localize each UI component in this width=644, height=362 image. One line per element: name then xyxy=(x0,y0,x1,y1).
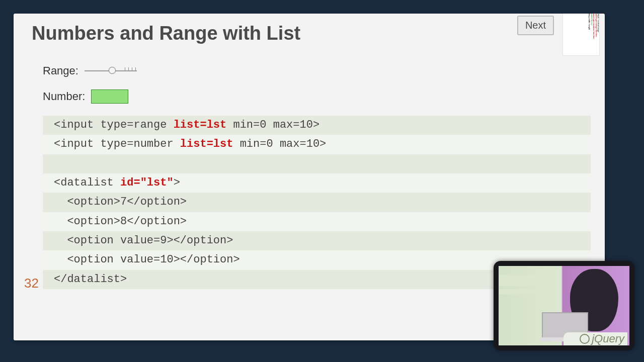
number-input[interactable] xyxy=(91,89,128,104)
range-input[interactable] xyxy=(85,66,137,75)
code-line: <input type=number list=lst min=0 max=10… xyxy=(43,135,591,154)
jquery-ring-icon xyxy=(580,334,590,344)
code-line: <option>8</option> xyxy=(43,212,591,231)
range-row: Range: xyxy=(43,64,591,77)
jquery-logo-text: jQuery xyxy=(592,332,624,345)
code-line: <input type=range list=lst min=0 max=10> xyxy=(43,116,591,135)
slide-title: Numbers and Range with List xyxy=(14,14,605,44)
webcam-overlay: jQuery xyxy=(494,261,634,350)
slide-body: Range: Number: <input type=range list=ls… xyxy=(14,44,605,289)
range-thumb-icon[interactable] xyxy=(109,67,116,74)
range-label: Range: xyxy=(43,64,78,77)
number-row: Number: xyxy=(43,89,591,104)
number-label: Number: xyxy=(43,90,85,103)
slide-number: 32 xyxy=(24,276,39,291)
next-button[interactable]: Next xyxy=(517,16,554,35)
code-line xyxy=(43,154,591,173)
jquery-logo: jQuery xyxy=(564,332,627,345)
code-line: <datalist id="lst"> xyxy=(43,173,591,193)
code-line: <option>7</option> xyxy=(43,193,591,212)
webcam-video: jQuery xyxy=(499,266,629,345)
code-line: <option value=9></option> xyxy=(43,231,591,250)
slide-thumbnail: multiple / vertical range <input type=ra… xyxy=(562,14,600,56)
